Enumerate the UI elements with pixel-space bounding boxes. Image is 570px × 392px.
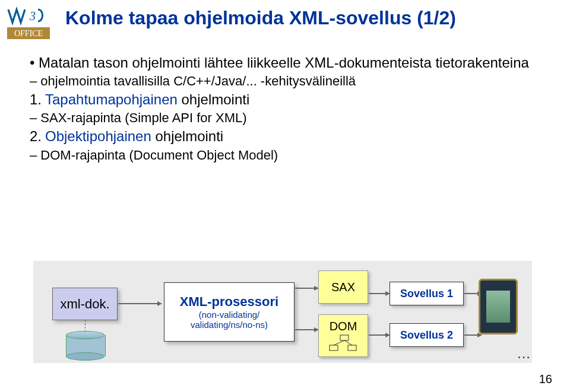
app2-box: Sovellus 2 [390, 323, 464, 347]
ellipsis: … [517, 345, 531, 362]
bullet-sub: ohjelmointia tavallisilla C/C++/Java/...… [30, 72, 546, 90]
slide-title: Kolme tapaa ohjelmoida XML-sovellus (1/2… [65, 7, 456, 29]
xml-processor-box: XML-prosessori (non-validating/ validati… [164, 282, 294, 342]
svg-line-4 [334, 340, 344, 345]
numbered-item-1-sub: SAX-rajapinta (Simple API for XML) [30, 109, 546, 127]
svg-rect-7 [348, 345, 356, 350]
dom-box: DOM [318, 314, 368, 357]
phone-icon [479, 279, 518, 334]
svg-text:3: 3 [29, 9, 36, 23]
arrow [369, 334, 385, 336]
diagram: xml-dok. XML-prosessori (non-validating/… [33, 261, 532, 363]
page-number: 16 [539, 372, 552, 386]
content-area: Matalan tason ohjelmointi lähtee liikkee… [30, 53, 546, 164]
arrow [118, 303, 157, 304]
arrow [295, 288, 314, 289]
svg-rect-3 [340, 335, 349, 340]
arrow [464, 334, 477, 336]
bullet-level1: Matalan tason ohjelmointi lähtee liikkee… [30, 53, 546, 90]
numbered-item-2: 2.Objektipohjainen ohjelmointi DOM-rajap… [30, 127, 546, 164]
svg-text:OFFICE: OFFICE [14, 29, 43, 38]
w3c-logo-icon: 3 OFFICE [7, 6, 62, 44]
numbered-item-2-sub: DOM-rajapinta (Document Object Model) [30, 146, 546, 164]
sax-box: SAX [318, 270, 368, 304]
svg-line-5 [344, 340, 352, 345]
app1-box: Sovellus 1 [390, 282, 464, 305]
arrow [464, 293, 477, 294]
numbered-item-1: 1.Tapahtumapohjainen ohjelmointi SAX-raj… [30, 90, 546, 127]
database-icon [66, 331, 104, 361]
arrow [369, 293, 385, 294]
arrow [295, 329, 314, 330]
svg-rect-6 [330, 345, 338, 350]
xml-document-box: xml-dok. [52, 288, 118, 320]
tree-icon [328, 334, 358, 352]
